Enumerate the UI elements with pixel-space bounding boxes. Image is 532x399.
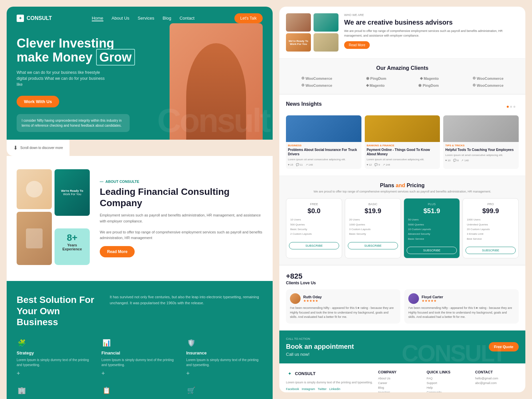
nav-about[interactable]: About Us <box>112 16 129 21</box>
plus-tier: Plus <box>407 202 457 206</box>
news-headline-1[interactable]: Problems About Social Insurance For Truc… <box>286 148 361 158</box>
insurance-desc: Lorem Ipsum is simply dummy text of the … <box>186 357 263 367</box>
news-headline-3[interactable]: Helpful Tools To Coaching Your Employees <box>443 148 519 153</box>
company-investors[interactable]: Investors <box>378 391 422 392</box>
about-img-2 <box>17 212 52 265</box>
news-meta-2: ♥ 12 💬 9 ↗ 144 <box>365 163 440 169</box>
pro-amount: $99.9 <box>466 207 516 215</box>
quick-help[interactable]: Help <box>427 386 470 389</box>
ping-icon: ◉ <box>366 76 369 80</box>
news-comments-3: 💬 8 <box>453 159 459 162</box>
testimonials-subtitle: Clients Love Us <box>286 281 519 285</box>
insurance-icon: 🛡️ <box>186 338 196 348</box>
hero-cta-button[interactable]: Work With Us <box>17 96 59 107</box>
hero-title-highlight: Grow <box>96 49 135 66</box>
solutions-desc: It has survived not only five centuries,… <box>110 294 263 328</box>
footer-social: Facebook Instagram Twitter Linkedin <box>286 387 373 391</box>
pricing-section: Plans and Pricing We are proud to offer … <box>279 176 525 265</box>
hero-title-line2: make Money <box>17 50 92 64</box>
news-snippet-2: Lorem ipsum sit amet consecutive adipisc… <box>365 158 440 163</box>
company-about[interactable]: About Us <box>378 377 422 380</box>
nav-services[interactable]: Services <box>138 16 154 21</box>
footer-contact: CONTACT hello@gmail.com abc@gmail.com <box>475 370 519 392</box>
pro-subscribe-button[interactable]: SUBSCRIBE <box>466 247 516 254</box>
company-career[interactable]: Career <box>378 381 422 385</box>
nav-cta-button[interactable]: Let's Talk <box>234 13 263 23</box>
estate-icon: 🏢 <box>17 385 27 395</box>
who-img-1 <box>286 13 311 32</box>
clients-section: Our Amazing Clients ⚙ WooCommerce ◉ Ping… <box>279 59 525 94</box>
news-card-3: TIPS & TRICKS Helpful Tools To Coaching … <box>443 115 519 169</box>
clients-logos: ⚙ WooCommerce ◉ PingDom ◆ Magento ⚙ WooC… <box>286 76 519 87</box>
news-cat-2: BANKING & FINANCE <box>365 142 440 148</box>
company-title: COMPANY <box>378 370 422 374</box>
social-instagram[interactable]: Instagram <box>302 387 315 391</box>
news-comments-1: 💬 11 <box>296 163 303 166</box>
news-meta-3: ♥ 10 💬 8 ↗ 140 <box>443 159 519 165</box>
basic-features: 20 Users 1000 Queries 3 Custom Layouts B… <box>348 217 398 237</box>
basic-subscribe-button[interactable]: SUBSCRIBE <box>348 242 398 249</box>
clients-row-1: ⚙ WooCommerce ◉ PingDom ◆ Magento ⚙ WooC… <box>286 76 519 80</box>
who-section: We're Ready To Work For You WHO WE ARE W… <box>279 7 525 59</box>
social-twitter[interactable]: Twitter <box>318 387 327 391</box>
contact-email-1[interactable]: hello@gmail.com <box>475 377 519 380</box>
testimonials-grid: Ruth Oday ★★★★★ I've been recommending N… <box>286 289 519 324</box>
quote-text: I consider Nifty having unprecedented in… <box>22 118 125 128</box>
quick-community[interactable]: Community <box>427 391 470 392</box>
client-woocommerce-2: ⚙ WooCommerce <box>472 76 503 80</box>
testimonial-1: Ruth Oday ★★★★★ I've been recommending N… <box>286 289 400 324</box>
contact-email-2[interactable]: abc@gmail.com <box>475 381 519 385</box>
news-section: News Insights BUSINESS Problems About So… <box>279 94 525 176</box>
woo-icon: ⚙ <box>301 76 305 80</box>
nav-blog[interactable]: Blog <box>163 16 171 21</box>
strategy-plus[interactable]: + <box>17 370 20 377</box>
free-subscribe-button[interactable]: SUBSCRIBE <box>289 242 339 249</box>
right-panel: We're Ready To Work For You WHO WE ARE W… <box>279 7 525 392</box>
nav-home[interactable]: Home <box>92 16 103 21</box>
woo3-icon: ⚙ <box>301 83 305 87</box>
woo4-icon: ⚙ <box>472 83 476 87</box>
test-user-1: Ruth Oday ★★★★★ <box>290 293 396 304</box>
plus-features: 50 Users 5000 Queries 10 Custom Layouts … <box>407 217 457 241</box>
scroll-hint: ⬇ Scroll down to discover more <box>7 140 69 156</box>
financial-plus[interactable]: + <box>101 370 105 377</box>
hero-text: Clever Investing make Money Grow What we… <box>17 37 263 107</box>
hero-title: Clever Investing make Money Grow <box>17 37 263 65</box>
audit-icon: 📋 <box>101 385 111 395</box>
nav-contact[interactable]: Contact <box>180 16 195 21</box>
ping2-icon: ◉ <box>418 83 422 87</box>
footer-company: COMPANY About Us Career Blog Investors <box>378 370 422 392</box>
news-shares-3: ↗ 140 <box>461 159 468 162</box>
social-facebook[interactable]: Facebook <box>286 387 299 391</box>
insurance-plus[interactable]: + <box>186 370 190 377</box>
plus-subscribe-button[interactable]: SUBSCRIBE <box>407 247 457 254</box>
news-shares-1: ↗ 146 <box>306 163 313 166</box>
nav-links: Home About Us Services Blog Contact <box>92 16 195 21</box>
news-img-2 <box>365 115 440 142</box>
pro-tier: Pro <box>466 202 516 206</box>
who-img-2 <box>314 13 338 32</box>
social-linkedin[interactable]: Linkedin <box>329 387 340 391</box>
client-woocommerce-3: ⚙ WooCommerce <box>301 83 332 87</box>
about-read-more-button[interactable]: Read More <box>100 246 135 257</box>
dot-3[interactable] <box>513 106 515 108</box>
who-img-4 <box>314 33 338 52</box>
news-card-1: BUSINESS Problems About Social Insurance… <box>286 115 361 169</box>
quick-support[interactable]: Support <box>427 381 470 385</box>
dot-1[interactable] <box>507 106 509 108</box>
test-info-2: Floyd Carter ★★★★★ <box>422 295 443 303</box>
consumer-icon: 🛒 <box>186 385 196 395</box>
news-headline-2[interactable]: Payment Online - Things Good To Know Abo… <box>365 148 440 158</box>
news-comments-2: 💬 9 <box>374 163 380 166</box>
dot-2[interactable] <box>510 106 512 108</box>
client-magento-2: ◆ Magento <box>366 83 385 87</box>
about-img-1 <box>17 169 52 209</box>
who-img-3: We're Ready To Work For You <box>286 33 311 52</box>
who-images: We're Ready To Work For You <box>286 13 339 52</box>
strategy-name: Strategy <box>17 350 93 355</box>
financial-icon: 📊 <box>101 338 111 348</box>
quick-faq[interactable]: FAQ <box>427 377 470 380</box>
who-read-more-button[interactable]: Read More <box>344 41 370 49</box>
company-blog[interactable]: Blog <box>378 386 422 389</box>
who-desc: We are proud to offer top range of compr… <box>344 29 519 38</box>
